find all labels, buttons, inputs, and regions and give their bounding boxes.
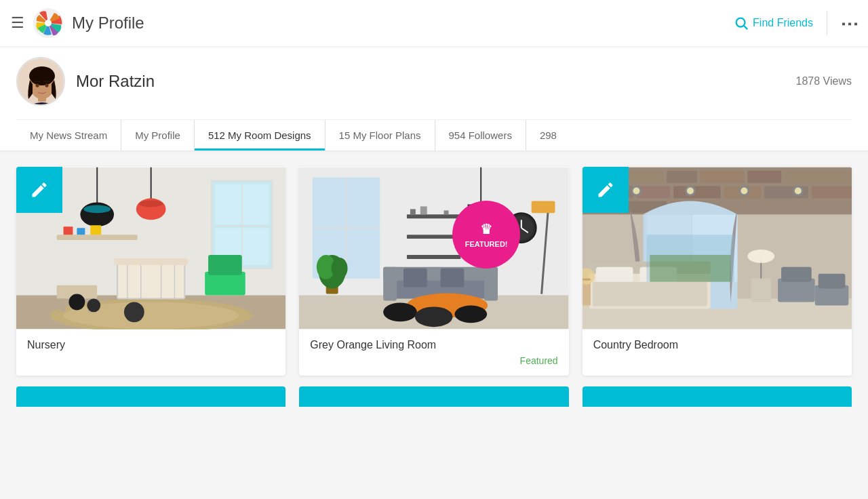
- find-friends-button[interactable]: Find Friends: [734, 16, 813, 31]
- svg-point-65: [383, 302, 417, 321]
- card-image-container-living: ♛ FEATURED!: [299, 167, 568, 330]
- tab-following[interactable]: 298: [526, 120, 570, 151]
- svg-rect-112: [583, 282, 591, 306]
- card-title-living: Grey Orange Living Room: [310, 339, 557, 351]
- svg-point-71: [332, 258, 348, 279]
- svg-point-2: [736, 18, 745, 27]
- svg-rect-82: [667, 171, 697, 183]
- card-image-container-nursery: [16, 167, 285, 330]
- card-footer-nursery: Nursery: [16, 330, 285, 365]
- tab-news-stream[interactable]: My News Stream: [16, 120, 121, 151]
- featured-badge-text: FEATURED!: [465, 240, 508, 248]
- header-divider: [827, 11, 827, 35]
- svg-rect-54: [420, 206, 427, 214]
- header-right: Find Friends ⋮: [734, 11, 857, 35]
- profile-tabs: My News Stream My Profile 512 My Room De…: [16, 119, 852, 151]
- svg-rect-50: [407, 214, 460, 218]
- edit-icon: [30, 180, 49, 199]
- design-card-nursery: Nursery: [16, 167, 285, 376]
- more-options-icon[interactable]: ⋮: [839, 15, 860, 31]
- svg-point-67: [455, 305, 488, 323]
- living-room-image: [299, 167, 568, 330]
- bottom-cards-row: [16, 386, 852, 407]
- crown-icon: ♛: [480, 221, 492, 237]
- card-footer-living: Grey Orange Living Room Featured: [299, 330, 568, 376]
- svg-rect-52: [407, 255, 460, 259]
- svg-rect-85: [785, 171, 852, 183]
- profile-info: Mor Ratzin: [16, 57, 155, 106]
- hamburger-icon[interactable]: ☰: [11, 14, 24, 32]
- svg-point-102: [795, 188, 802, 195]
- bottom-card-1: [16, 386, 285, 407]
- svg-point-31: [139, 200, 163, 207]
- card-title-bedroom: Country Bedroom: [593, 339, 841, 351]
- card-image-container-bedroom: [583, 167, 852, 330]
- card-title-nursery: Nursery: [27, 339, 275, 351]
- svg-rect-32: [57, 235, 138, 240]
- svg-rect-81: [626, 171, 663, 183]
- edit-icon-bedroom: [596, 180, 615, 199]
- svg-rect-116: [781, 267, 812, 282]
- svg-rect-55: [444, 210, 449, 214]
- tab-floor-plans[interactable]: 15 My Floor Plans: [326, 120, 435, 151]
- tab-room-designs[interactable]: 512 My Room Designs: [195, 120, 326, 151]
- svg-point-100: [741, 188, 747, 195]
- svg-point-98: [687, 188, 694, 195]
- tab-my-profile[interactable]: My Profile: [121, 120, 195, 151]
- svg-point-96: [633, 188, 639, 195]
- design-card-bedroom: Country Bedroom: [583, 167, 852, 376]
- svg-point-9: [36, 83, 39, 87]
- edit-badge-nursery[interactable]: [16, 167, 62, 213]
- svg-rect-37: [208, 255, 242, 275]
- find-friends-label: Find Friends: [753, 17, 813, 29]
- svg-point-121: [747, 250, 774, 263]
- featured-badge: ♛ FEATURED!: [452, 201, 520, 268]
- svg-rect-115: [778, 279, 815, 302]
- edit-badge-bedroom[interactable]: [583, 167, 629, 213]
- svg-rect-60: [383, 267, 397, 301]
- avatar-image: [18, 58, 65, 106]
- svg-rect-62: [403, 268, 427, 287]
- svg-rect-123: [650, 255, 730, 282]
- svg-point-43: [124, 302, 144, 322]
- app-header: ☰ My Profile Find Friends ⋮: [0, 0, 868, 46]
- search-icon: [734, 16, 749, 31]
- views-count: 1878 Views: [796, 75, 852, 87]
- svg-rect-53: [410, 209, 416, 214]
- svg-point-66: [415, 306, 453, 327]
- svg-rect-77: [532, 201, 555, 213]
- svg-rect-63: [441, 268, 465, 287]
- header-left: ☰ My Profile: [11, 7, 144, 39]
- bottom-card-3: [583, 386, 852, 407]
- svg-rect-35: [90, 225, 101, 235]
- tab-followers[interactable]: 954 Followers: [435, 120, 526, 151]
- svg-point-41: [68, 294, 85, 311]
- main-content: Nursery: [0, 151, 868, 423]
- svg-rect-33: [64, 226, 73, 235]
- card-footer-bedroom: Country Bedroom: [583, 330, 852, 365]
- svg-rect-34: [77, 228, 85, 235]
- svg-rect-119: [751, 279, 771, 302]
- svg-rect-114: [583, 279, 591, 281]
- svg-rect-118: [818, 274, 845, 289]
- svg-rect-84: [747, 171, 781, 183]
- svg-rect-83: [700, 171, 744, 183]
- svg-rect-91: [811, 186, 852, 199]
- svg-point-28: [83, 205, 111, 213]
- profile-section: Mor Ratzin 1878 Views My News Stream My …: [0, 46, 868, 151]
- header-title: My Profile: [72, 14, 144, 33]
- svg-point-1: [45, 20, 52, 26]
- svg-point-8: [29, 66, 55, 85]
- svg-rect-36: [205, 272, 245, 296]
- app-logo: [33, 7, 64, 39]
- svg-rect-21: [114, 258, 188, 265]
- avatar: [16, 57, 65, 106]
- profile-top: Mor Ratzin 1878 Views: [16, 57, 852, 114]
- bottom-card-2: [299, 386, 568, 407]
- svg-rect-39: [60, 298, 66, 312]
- svg-rect-88: [673, 186, 721, 199]
- svg-rect-61: [484, 267, 498, 301]
- designs-grid: Nursery: [16, 167, 852, 376]
- card-featured-label: Featured: [310, 355, 557, 366]
- svg-point-42: [87, 298, 100, 312]
